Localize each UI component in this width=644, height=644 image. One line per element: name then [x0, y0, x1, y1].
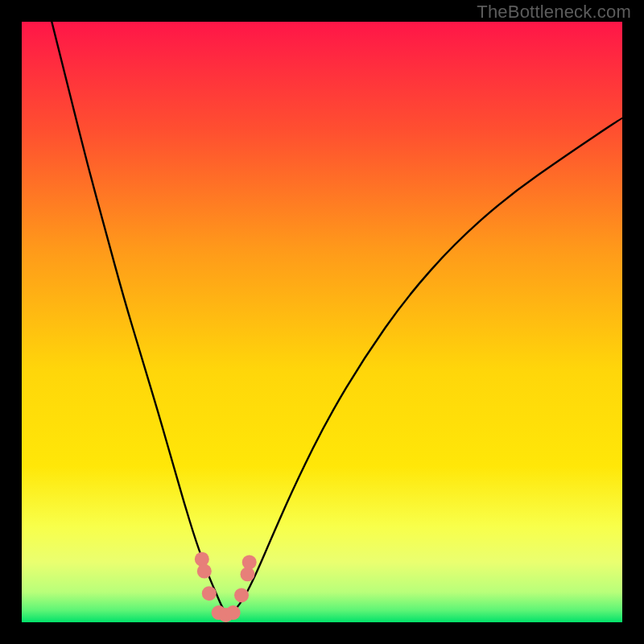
watermark-text: TheBottleneck.com: [477, 2, 631, 23]
marker-dot: [234, 588, 249, 602]
chart-svg: [22, 22, 622, 622]
gradient-background: [22, 22, 622, 622]
marker-dot: [226, 605, 241, 620]
marker-dot: [242, 555, 257, 569]
marker-dot: [197, 564, 212, 579]
chart-plot-area: [22, 22, 622, 622]
marker-dot: [195, 552, 209, 567]
marker-dot: [202, 586, 217, 601]
chart-frame: TheBottleneck.com: [0, 0, 644, 644]
